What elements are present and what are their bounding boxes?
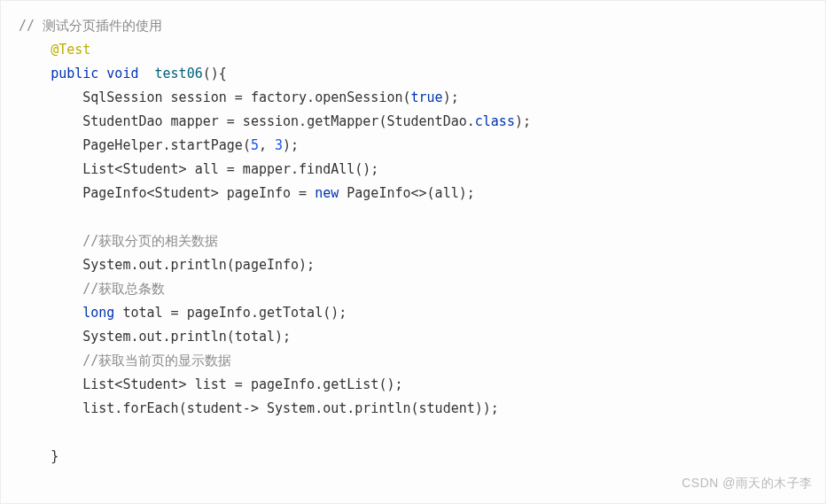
code-text: (student-> System.out. xyxy=(179,400,355,416)
watermark-text: CSDN @雨天的木子李 xyxy=(682,472,813,494)
code-text: StudentDao mapper = session. xyxy=(82,113,307,129)
paren-open: (){ xyxy=(203,66,227,81)
code-text: PageInfo<>(all); xyxy=(339,185,475,201)
code-text: (total); xyxy=(227,329,291,345)
keyword-public: public xyxy=(51,66,98,81)
code-text: (); xyxy=(378,376,402,392)
code-text: (); xyxy=(355,161,378,177)
code-text: , xyxy=(259,137,275,153)
keyword-true: true xyxy=(411,89,443,105)
keyword-void: void xyxy=(106,66,138,81)
code-text: ( xyxy=(403,89,411,105)
comment-line: //获取总条数 xyxy=(82,281,165,297)
method-call: forEach xyxy=(122,400,178,416)
number-literal: 3 xyxy=(275,137,283,153)
code-text: PageHelper. xyxy=(82,137,170,153)
code-text: PageInfo<Student> pageInfo = xyxy=(82,185,315,201)
code-block: // 测试分页插件的使用 @Test public void test06(){… xyxy=(0,0,826,504)
comment-line: // 测试分页插件的使用 xyxy=(19,18,162,34)
code-text: SqlSession session = factory. xyxy=(82,89,315,105)
annotation-test: @Test xyxy=(51,42,90,58)
code-text: ); xyxy=(443,89,459,105)
code-text: ); xyxy=(283,137,299,153)
code-text: ); xyxy=(515,113,531,129)
comment-line: //获取分页的相关数据 xyxy=(82,233,218,249)
method-call: println xyxy=(355,400,410,416)
code-text: list. xyxy=(82,400,122,416)
method-call: getList xyxy=(323,376,378,392)
keyword-new: new xyxy=(315,185,339,201)
code-text: System.out. xyxy=(82,257,170,273)
method-call: startPage xyxy=(171,137,243,153)
method-call: println xyxy=(171,329,227,345)
code-text: (student)); xyxy=(411,400,499,416)
method-call: getMapper xyxy=(307,113,378,129)
number-literal: 5 xyxy=(251,137,259,153)
method-call: openSession xyxy=(315,89,402,105)
code-text: List<Student> list = pageInfo. xyxy=(82,376,323,392)
code-text: total = pageInfo. xyxy=(114,305,259,321)
code-text: List<Student> all = mapper. xyxy=(82,161,299,177)
brace-close: } xyxy=(51,448,58,464)
code-text: (StudentDao. xyxy=(378,113,474,129)
keyword-long: long xyxy=(82,305,114,321)
keyword-class: class xyxy=(475,113,515,129)
code-text: (pageInfo); xyxy=(227,257,315,273)
code-text: System.out. xyxy=(82,329,170,345)
code-content: // 测试分页插件的使用 @Test public void test06(){… xyxy=(19,14,807,469)
method-name: test06 xyxy=(155,66,203,81)
code-text: (); xyxy=(323,305,347,321)
method-call: println xyxy=(171,257,227,273)
method-call: getTotal xyxy=(259,305,323,321)
method-call: findAll xyxy=(299,161,355,177)
code-text: ( xyxy=(243,137,251,153)
comment-line: //获取当前页的显示数据 xyxy=(82,353,231,368)
